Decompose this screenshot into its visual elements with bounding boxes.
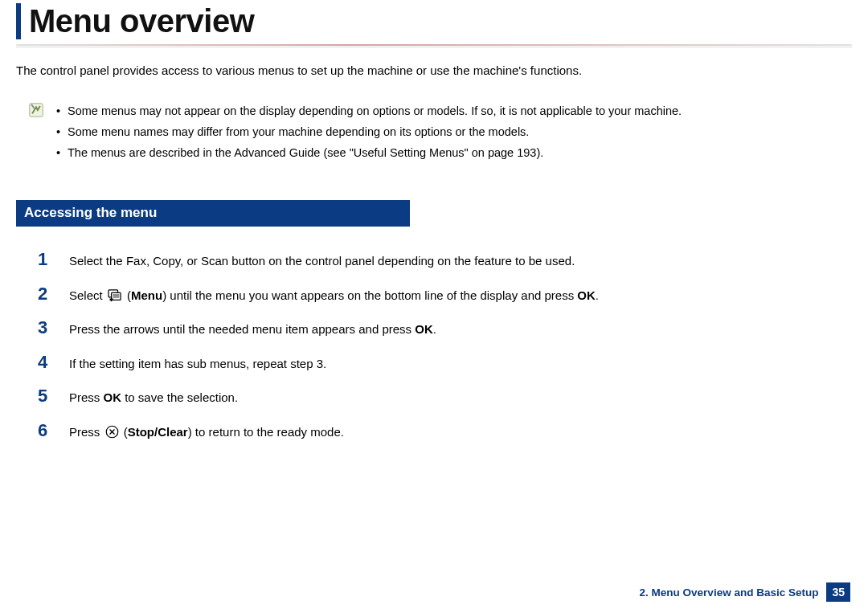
text-fragment: to save the selection. <box>121 390 238 404</box>
step-text: Select the Fax, Copy, or Scan button on … <box>69 251 575 271</box>
step-item: 1 Select the Fax, Copy, or Scan button o… <box>35 251 852 271</box>
step-number: 3 <box>35 319 50 337</box>
note-block: Some menus may not appear on the display… <box>27 100 852 165</box>
page-title: Menu overview <box>29 3 852 39</box>
bold-text: Menu <box>131 288 162 302</box>
step-text: Press the arrows until the needed menu i… <box>69 319 436 339</box>
step-number: 1 <box>35 251 50 268</box>
text-fragment: . <box>596 288 599 302</box>
text-fragment: ) to return to the ready mode. <box>188 425 344 439</box>
page-footer: 2. Menu Overview and Basic Setup 35 <box>640 582 850 602</box>
text-fragment: ) until the menu you want appears on the… <box>162 288 577 302</box>
step-item: 2 Select ✱ (Menu) until the menu you wan… <box>35 285 852 305</box>
step-list: 1 Select the Fax, Copy, or Scan button o… <box>35 251 852 441</box>
bold-text: OK <box>577 288 596 302</box>
step-number: 5 <box>35 387 50 405</box>
step-text: Press (Stop/Clear) to return to the read… <box>69 422 344 442</box>
step-item: 5 Press OK to save the selection. <box>35 387 852 407</box>
step-number: 2 <box>35 285 50 303</box>
section-heading: Accessing the menu <box>16 200 410 227</box>
step-text: Press OK to save the selection. <box>69 387 238 407</box>
step-text: If the setting item has sub menus, repea… <box>69 353 326 374</box>
intro-paragraph: The control panel provides access to var… <box>16 63 852 77</box>
step-number: 6 <box>35 422 50 439</box>
note-item: Some menu names may differ from your mac… <box>56 124 682 141</box>
svg-text:✱: ✱ <box>109 296 113 302</box>
text-fragment: Press <box>69 390 104 404</box>
note-item: The menus are described in the Advanced … <box>56 145 682 162</box>
step-item: 4 If the setting item has sub menus, rep… <box>35 353 852 374</box>
text-fragment: . <box>433 322 436 336</box>
step-item: 6 Press (Stop/Clear) to return to the re… <box>35 422 852 442</box>
bold-text: OK <box>104 390 122 404</box>
manual-page: Menu overview The control panel provides… <box>0 3 868 613</box>
step-number: 4 <box>35 353 50 371</box>
title-block: Menu overview <box>16 3 852 39</box>
bold-text: Stop/Clear <box>128 425 188 439</box>
text-fragment: Select <box>69 288 106 302</box>
footer-page-number: 35 <box>826 582 850 602</box>
note-item: Some menus may not appear on the display… <box>56 103 682 121</box>
menu-button-icon: ✱ <box>108 289 122 302</box>
bold-text: OK <box>415 322 433 336</box>
step-item: 3 Press the arrows until the needed menu… <box>35 319 852 339</box>
footer-chapter: 2. Menu Overview and Basic Setup <box>640 586 819 599</box>
text-fragment: Press <box>69 425 104 439</box>
stop-clear-icon <box>105 425 119 439</box>
note-list: Some menus may not appear on the display… <box>56 100 682 165</box>
divider <box>16 44 852 49</box>
note-icon <box>27 101 45 119</box>
text-fragment: Press the arrows until the needed menu i… <box>69 322 415 336</box>
step-text: Select ✱ (Menu) until the menu you want … <box>69 285 599 305</box>
